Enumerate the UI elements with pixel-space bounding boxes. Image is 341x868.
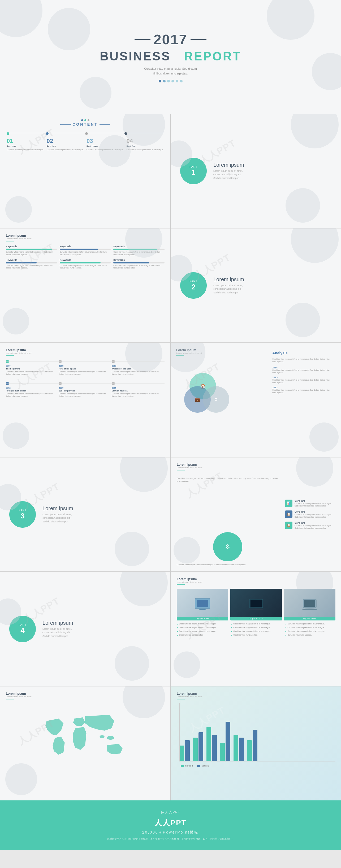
kw-label-6: Keywords [113,259,165,261]
dot-4[interactable] [171,80,174,83]
core-item-title-2: Core Info [294,510,335,513]
pb-text-6: Curabitur vitae magna eleiford at venena… [233,626,271,629]
pb-item-6: ● Curabitur vitae magna eleiford at vene… [231,626,281,629]
tl-item-4: 2002 First product launch Curabitur vita… [6,382,59,397]
bar-teal-6 [247,740,252,762]
bar-blue-4 [226,722,230,762]
legend-blue-box [197,765,200,767]
tl-header-line [6,355,14,356]
img-label-3: Tagline Here [284,617,335,620]
dot-3[interactable] [167,80,170,83]
legend-blue-label: Series 2 [201,765,209,767]
bullet-icon-11: ● [285,630,287,633]
core-header-line [177,470,185,470]
pb-item-5: ● Curabitur vitae magna eleiford at vene… [231,623,281,625]
dot-1[interactable] [159,80,161,83]
x-axis [179,761,335,762]
slide-part3: 人人PPT PART 3 Lorem ipsum Lorem ipsum dol… [0,458,170,571]
cdot3 [88,119,89,121]
kw-bar-bg-2 [60,249,111,250]
svg-rect-1 [197,600,208,607]
bar-group-1 [179,740,190,762]
bar-group-5 [233,735,244,762]
slide-part4: 人人PPT PART 4 Lorem ipsum Lorem ipsum dol… [0,572,170,686]
part1-text: Lorem ipsum Lorem ipsum dolor sit amet,c… [214,162,244,180]
kw-desc-4: Curabitur vitae magna eleiford at venena… [6,264,57,270]
bar-blue-3 [212,735,217,762]
header-dots [81,119,89,121]
pb-text-11: Curabitur vitae magna eleiford at venena… [288,630,325,632]
dot-6[interactable] [180,80,182,83]
img-label-1: Tagline Here [177,617,228,620]
bullet-icon-10: ● [285,626,287,629]
cdot1 [81,119,83,121]
tl-year-3: 2013 [112,365,116,367]
core-info-2: 📋 Core Info Curabitur vitae magna eleifo… [285,510,335,519]
part4-text: Lorem ipsum Lorem ipsum dolor sit amet,c… [42,620,73,638]
tl-event-5: 100+ employees [59,390,75,392]
bullet-icon-3: ● [177,630,178,633]
title-line-right [191,39,206,40]
bullet-icon-9: ● [285,623,287,625]
part-label: PART [190,165,197,168]
bullet-icon-2: ● [177,626,178,629]
svg-point-6 [249,609,263,610]
kw-bar-bg-5 [60,262,111,264]
prod-img-bg-3 [284,589,335,620]
dot-2[interactable] [163,80,166,83]
blob3 [5,196,32,223]
bar-blue-1 [185,740,190,762]
tl-item-3: 2013 Website of the year Curabitur vitae… [112,360,165,375]
core-main-circle: ⚙ [213,532,242,561]
blob2 [286,303,320,337]
dot-5[interactable] [176,80,178,83]
pb-text-7: Curabitur vitae magna eleiford at venena… [233,630,271,632]
cl-right [100,124,110,125]
core-item-title-3: Core Info [294,522,335,524]
bullet-icon-8: ● [231,634,232,637]
pb-item-9: ● Curabitur vitae magna eleiford at vene… [285,623,335,625]
kw-label-4: Keywords [6,259,57,261]
analysis-item-2: 2013 Curabitur vitae magna eleiford at v… [272,376,333,384]
pb-col-1: ● Curabitur vitae magna eleiford at vene… [177,623,227,638]
blob2 [309,423,339,452]
tl-desc-2: Curabitur vitae magna eleiford at venena… [59,371,110,375]
kw-label-5: Keywords [60,259,111,261]
pb-item-7: ● Curabitur vitae magna eleiford at vene… [231,630,281,633]
kw-desc-1: Curabitur vitae magna eleiford at venena… [6,251,57,256]
content-title-row: CONTENT [60,122,110,126]
tl-desc-3: Curabitur vitae magna eleiford at venena… [112,371,163,375]
tl-desc-1: Curabitur vitae magna eleiford at venena… [6,371,57,375]
analysis-desc: Curabitur vitae magna eleiford at venena… [272,358,333,363]
kw-bar-4 [6,262,37,264]
part4-title: Lorem ipsum [42,620,73,626]
ci-desc-4: Curabitur vitae magna eleiford at venena… [126,148,164,151]
pb-col-3: ● Curabitur vitae magna eleiford at vene… [285,623,335,638]
part2-desc: Lorem ipsum dolor sit amet,consectetur a… [214,284,244,295]
ci-title-2: Part two [47,145,56,148]
core-header-title: Lorem ipsum [177,463,278,466]
y-axis [179,703,180,762]
slide-map: 人人PPT Lorem ipsum Lorem ipsum dolor sit … [0,686,170,800]
core-circle-icon: ⚙ [225,543,230,550]
blob-r [312,53,341,90]
tl-dot-1 [7,132,9,135]
ai-year-1: 2014 [272,366,333,369]
pb-text-1: Curabitur vitae magna eleiford at venena… [179,623,216,625]
bullet-icon-6: ● [231,626,232,629]
pb-item-10: ● Curabitur vitae magna eleiford at vene… [285,626,335,629]
bar-group-3 [206,727,217,762]
nav-dots [159,80,182,83]
blob2 [3,308,29,335]
map-line [6,699,14,700]
blob [120,572,168,607]
laptop-icon [248,599,264,611]
blob [291,228,339,263]
slide-part2: 人人PPT PART 2 Lorem ipsum Lorem ipsum dol… [171,228,341,342]
ai-desc-1: Curabitur vitae magna eleiford at venena… [272,369,333,374]
footer-title: 人人PPT [154,818,186,828]
pb-text-4: Curabitur vitae nunc agestas. [179,634,203,636]
blob-bl [80,77,111,108]
slide-keywords1: 人人PPT Lorem ipsum Lorem ipsum dolor sit … [0,228,170,342]
core-info-text-2: Core Info Curabitur vitae magna eleiford… [294,510,335,519]
